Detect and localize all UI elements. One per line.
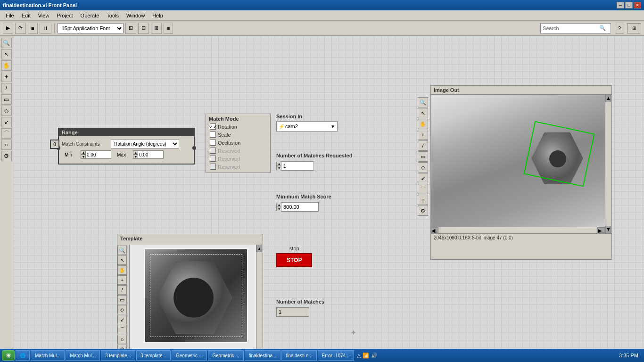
num-matches-requested-title: Number of Matches Requested [276,153,352,158]
menu-help[interactable]: Help [149,12,167,19]
img-tool-curve[interactable]: ↙ [418,173,428,183]
img-tool-settings[interactable]: ⚙ [418,206,428,216]
vscroll[interactable]: ▲ ▼ [605,95,611,233]
tool-pencil[interactable]: / [1,83,12,93]
crosshair-marker: ✦ [350,328,356,337]
tool-rect[interactable]: ▭ [1,94,12,105]
tmpl-tool-line[interactable]: / [117,285,127,295]
scale-checkbox[interactable] [210,132,216,138]
min-match-score-panel: Minimum Match Score ▲ ▼ 800.00 [276,194,331,212]
menu-window[interactable]: Window [123,12,149,19]
tool-gear[interactable]: ⚙ [1,151,12,161]
abort-button[interactable]: ■ [28,23,38,34]
close-button[interactable]: ✕ [634,2,641,8]
tmpl-tool-curve[interactable]: ↙ [117,315,127,324]
range-panel: Range Match Constraints Rotation Angle (… [58,128,195,165]
min-match-score-input: ▲ ▼ 800.00 [276,202,331,212]
reserved3-checkbox[interactable] [210,164,216,170]
match-mode-panel: Match Mode ✓ Rotation Scale Occlusion Re… [206,114,271,173]
canvas-area: Range Match Constraints Rotation Angle (… [13,36,644,349]
min-value-input[interactable]: 0.00 [85,150,111,159]
range-values-row: Min ▲ ▼ 0.00 Max ▲ ▼ 0.00 [62,150,191,159]
hscroll[interactable]: ◀ ▶ [431,227,605,233]
align-button[interactable]: ⊞ [125,23,136,34]
menu-file[interactable]: File [2,12,18,19]
img-tool-diamond[interactable]: ◇ [418,162,428,173]
img-tool-pan[interactable]: ✋ [418,119,428,129]
occlusion-checkbox[interactable] [210,140,216,146]
reserved2-checkbox[interactable] [210,156,216,162]
template-image-area: ◀ ▶ [130,245,263,349]
num-matches-display: 1 [276,307,309,317]
pause-button[interactable]: ⏸ [40,23,51,34]
match-constraints-label: Match Constraints [62,141,109,147]
session-arrow: ▼ [330,124,335,129]
tool-circle[interactable]: ○ [1,140,12,150]
tmpl-tool-pan[interactable]: ✋ [117,265,127,275]
rotation-label: Rotation [218,124,237,130]
tmpl-vscroll-up[interactable]: ▲ [256,245,262,252]
run-continuously-button[interactable]: ⟳ [15,23,26,34]
minimize-button[interactable]: ─ [617,2,624,8]
window-title: finaldestination.vi Front Panel [3,2,77,8]
menu-project[interactable]: Project [53,12,76,19]
maximize-button[interactable]: □ [625,2,633,8]
score-spin-buttons: ▲ ▼ [276,203,281,211]
search-box: 🔍 [540,23,611,33]
tmpl-vscroll[interactable]: ▲ ▼ [256,245,263,349]
img-tool-ellipse[interactable]: ○ [418,195,428,205]
tmpl-tool-plus[interactable]: + [117,275,127,285]
image-out-toolbar: 🔍 ↖ ✋ + / ▭ ◇ ↙ ⌒ ○ ⚙ [418,97,430,216]
image-status: 2046x1080 0.16X 8-bit image 47 (0,0) [431,233,611,242]
img-tool-line[interactable]: / [418,140,428,151]
window-controls: ─ □ ✕ [617,2,641,8]
extra-panel: ⊞ [627,23,641,33]
tmpl-tool-ellipse[interactable]: ○ [117,335,127,344]
match-constraints-dropdown[interactable]: Rotation Angle (degrees) [111,139,179,148]
tool-diamond[interactable]: ◇ [1,106,12,116]
tmpl-tool-diamond[interactable]: ◇ [117,305,127,314]
img-tool-arc[interactable]: ⌒ [418,184,428,194]
resize-button[interactable]: ⊠ [151,23,162,34]
stop-button[interactable]: STOP [276,253,312,267]
menu-view[interactable]: View [34,12,53,19]
run-button[interactable]: ▶ [3,23,13,34]
tmpl-tool-zoom[interactable]: 🔍 [117,246,127,255]
hscroll-left[interactable]: ◀ [431,227,438,233]
hscroll-right[interactable]: ▶ [597,227,605,233]
img-tool-rect[interactable]: ▭ [418,151,428,162]
img-tool-pointer[interactable]: ↖ [418,108,428,118]
vscroll-up[interactable]: ▲ [605,95,611,102]
menu-edit[interactable]: Edit [18,12,34,19]
tool-connect[interactable]: ↙ [1,117,12,127]
rotation-checkbox[interactable]: ✓ [210,123,216,130]
session-in-panel: Session In ⚡ cam2 ▼ [276,114,338,132]
vscroll-down[interactable]: ▼ [605,226,611,233]
img-tool-zoom[interactable]: 🔍 [418,97,428,107]
template-panel: Template 🔍 ↖ ✋ + / ▭ ◇ ↙ ⌒ ○ ⚙ [117,234,263,349]
tmpl-tool-rect[interactable]: ▭ [117,295,127,304]
tool-plus[interactable]: + [1,72,12,82]
distribute-button[interactable]: ⊟ [138,23,149,34]
tool-hand[interactable]: ✋ [1,60,12,71]
reorder-button[interactable]: ≡ [164,23,173,34]
tmpl-tool-pointer[interactable]: ↖ [117,255,127,265]
reserved1-checkbox[interactable] [210,148,216,154]
tool-arrow[interactable]: ↖ [1,49,12,59]
help-button[interactable]: ? [615,23,624,34]
min-spin-buttons: ▲ ▼ [81,150,85,159]
session-icon: ⚡ [279,124,284,129]
tool-arc[interactable]: ⌒ [1,128,12,139]
img-tool-plus[interactable]: + [418,130,428,140]
tool-pointer[interactable]: 🔍 [1,38,12,48]
tmpl-tool-settings[interactable]: ⚙ [117,345,127,349]
max-value-input[interactable]: 0.00 [138,150,164,159]
range-panel-header: Range [59,129,194,136]
tmpl-tool-arc[interactable]: ⌒ [117,325,127,334]
session-dropdown[interactable]: ⚡ cam2 ▼ [276,121,338,132]
menu-tools[interactable]: Tools [103,12,123,19]
num-matches-title: Number of Matches [276,299,324,304]
menu-operate[interactable]: Operate [77,12,103,19]
font-selector[interactable]: 15pt Application Font [58,23,124,33]
search-input[interactable] [543,25,599,31]
